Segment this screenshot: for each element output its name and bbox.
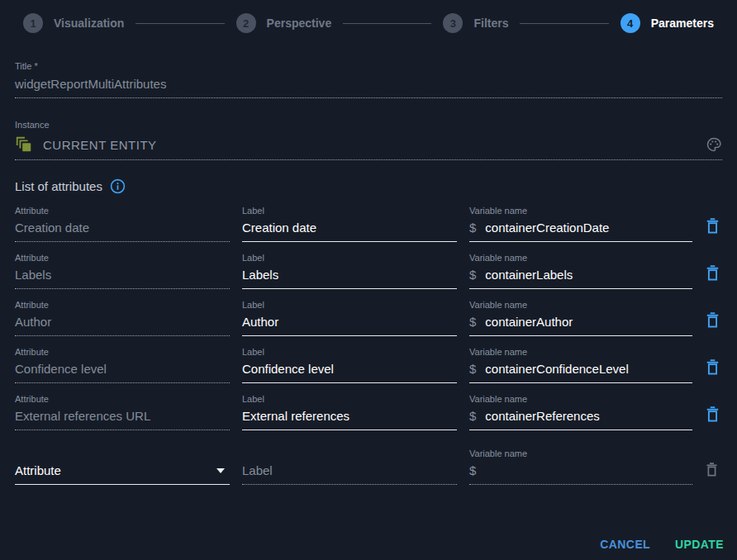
step-filters[interactable]: 3 Filters bbox=[443, 13, 508, 33]
new-variable-field: Variable name $ bbox=[469, 448, 692, 485]
new-label-input[interactable]: Label bbox=[242, 463, 457, 485]
variable-value: containerLabels bbox=[485, 268, 573, 282]
label-field: Label Author bbox=[242, 300, 457, 336]
attribute-field: Attribute External references URL bbox=[15, 394, 230, 430]
attributes-heading: List of attributes bbox=[15, 179, 102, 193]
dollar-prefix: $ bbox=[469, 463, 476, 478]
new-attribute-row: Attribute Label Variable name $ bbox=[15, 448, 722, 485]
variable-column-label: Variable name bbox=[469, 300, 692, 310]
attribute-input: Confidence level bbox=[15, 362, 230, 383]
step-parameters[interactable]: 4 Parameters bbox=[621, 13, 714, 33]
info-icon bbox=[110, 178, 126, 194]
delete-row-button[interactable] bbox=[705, 405, 721, 423]
dollar-prefix: $ bbox=[469, 315, 476, 330]
step-number-badge: 4 bbox=[621, 13, 640, 33]
step-visualization[interactable]: 1 Visualization bbox=[23, 13, 124, 33]
chevron-down-icon bbox=[216, 468, 225, 473]
label-input[interactable]: Creation date bbox=[242, 221, 457, 242]
attributes-info-button[interactable] bbox=[110, 178, 126, 194]
cancel-button[interactable]: CANCEL bbox=[600, 538, 650, 551]
variable-column-label: Variable name bbox=[469, 347, 692, 357]
new-variable-input[interactable]: $ bbox=[469, 463, 692, 485]
dollar-prefix: $ bbox=[469, 362, 476, 377]
delete-row-button[interactable] bbox=[705, 311, 721, 329]
variable-value: containerConfidenceLevel bbox=[485, 362, 628, 377]
attribute-select-placeholder: Attribute bbox=[15, 463, 61, 478]
variable-name-field: Variable name $ containerConfidenceLevel bbox=[469, 347, 692, 383]
title-field-label: Title * bbox=[15, 61, 722, 71]
new-label-field: Label bbox=[242, 463, 457, 485]
title-input: widgetReportMultiAttributes bbox=[15, 77, 722, 98]
attributes-row-list: Attribute Creation date Label Creation d… bbox=[0, 206, 737, 430]
dollar-prefix: $ bbox=[469, 221, 476, 235]
attribute-row: Attribute Labels Label Labels Variable n… bbox=[15, 253, 722, 289]
attribute-row: Attribute Confidence level Label Confide… bbox=[15, 347, 722, 383]
palette-icon bbox=[706, 136, 722, 153]
label-input[interactable]: External references bbox=[242, 409, 457, 430]
step-number-badge: 3 bbox=[443, 13, 463, 33]
attribute-column-label: Attribute bbox=[15, 347, 230, 357]
variable-name-field: Variable name $ containerReferences bbox=[469, 394, 692, 430]
attribute-row: Attribute Author Label Author Variable n… bbox=[15, 300, 722, 336]
label-input[interactable]: Author bbox=[242, 315, 457, 336]
variable-column-label: Variable name bbox=[469, 253, 692, 263]
step-connector bbox=[136, 23, 224, 24]
label-column-label: Label bbox=[242, 206, 457, 216]
instance-input: CURRENT ENTITY bbox=[15, 135, 722, 160]
update-button[interactable]: UPDATE bbox=[675, 538, 724, 551]
attribute-input: External references URL bbox=[15, 409, 230, 430]
attribute-input: Author bbox=[15, 315, 230, 336]
instance-value: CURRENT ENTITY bbox=[43, 138, 706, 152]
variable-input[interactable]: $ containerLabels bbox=[469, 268, 692, 289]
attribute-select[interactable]: Attribute bbox=[15, 463, 230, 485]
variable-input[interactable]: $ containerReferences bbox=[469, 409, 692, 430]
trash-icon bbox=[705, 461, 719, 477]
variable-input[interactable]: $ containerConfidenceLevel bbox=[469, 362, 692, 383]
step-perspective[interactable]: 2 Perspective bbox=[236, 13, 332, 33]
step-connector bbox=[343, 23, 431, 24]
delete-row-button[interactable] bbox=[705, 263, 721, 282]
step-connector bbox=[520, 23, 608, 24]
variable-input[interactable]: $ containerCreationDate bbox=[469, 221, 692, 242]
variable-column-label: Variable name bbox=[469, 448, 692, 458]
delete-row-button-disabled bbox=[705, 461, 721, 477]
variable-value: containerReferences bbox=[485, 409, 599, 424]
attribute-input: Labels bbox=[15, 268, 230, 289]
attribute-field: Attribute Creation date bbox=[15, 206, 230, 242]
delete-row-button[interactable] bbox=[705, 358, 721, 376]
attribute-row: Attribute External references URL Label … bbox=[15, 394, 722, 430]
step-label: Perspective bbox=[267, 17, 332, 30]
dollar-prefix: $ bbox=[469, 409, 476, 424]
trash-icon bbox=[705, 358, 720, 376]
attribute-field: Attribute Labels bbox=[15, 253, 230, 289]
label-column-label: Label bbox=[242, 253, 457, 263]
step-number-badge: 2 bbox=[236, 13, 256, 33]
attribute-column-label: Attribute bbox=[15, 300, 230, 310]
attribute-input: Creation date bbox=[15, 221, 230, 242]
variable-input[interactable]: $ containerAuthor bbox=[469, 315, 692, 336]
color-palette-button[interactable] bbox=[706, 136, 722, 153]
label-column-label: Label bbox=[242, 394, 457, 404]
dollar-prefix: $ bbox=[469, 268, 476, 282]
attribute-column-label: Attribute bbox=[15, 394, 230, 404]
trash-icon bbox=[705, 263, 720, 282]
label-input[interactable]: Confidence level bbox=[242, 362, 457, 383]
step-label: Parameters bbox=[651, 17, 714, 30]
entity-instances-icon bbox=[15, 135, 33, 154]
variable-column-label: Variable name bbox=[469, 206, 692, 216]
title-field-group: Title * widgetReportMultiAttributes bbox=[15, 61, 722, 98]
label-field: Label External references bbox=[242, 394, 457, 430]
attributes-section-header: List of attributes bbox=[15, 178, 722, 194]
trash-icon bbox=[705, 405, 720, 423]
label-field: Label Creation date bbox=[242, 206, 457, 242]
trash-icon bbox=[705, 311, 720, 329]
trash-icon bbox=[705, 216, 720, 235]
variable-name-field: Variable name $ containerLabels bbox=[469, 253, 692, 289]
label-column-label: Label bbox=[242, 300, 457, 310]
step-label: Filters bbox=[473, 17, 508, 30]
attribute-column-label: Attribute bbox=[15, 206, 230, 216]
variable-name-field: Variable name $ containerCreationDate bbox=[469, 206, 692, 242]
variable-name-field: Variable name $ containerAuthor bbox=[469, 300, 692, 336]
delete-row-button[interactable] bbox=[705, 216, 721, 235]
label-input[interactable]: Labels bbox=[242, 268, 457, 289]
